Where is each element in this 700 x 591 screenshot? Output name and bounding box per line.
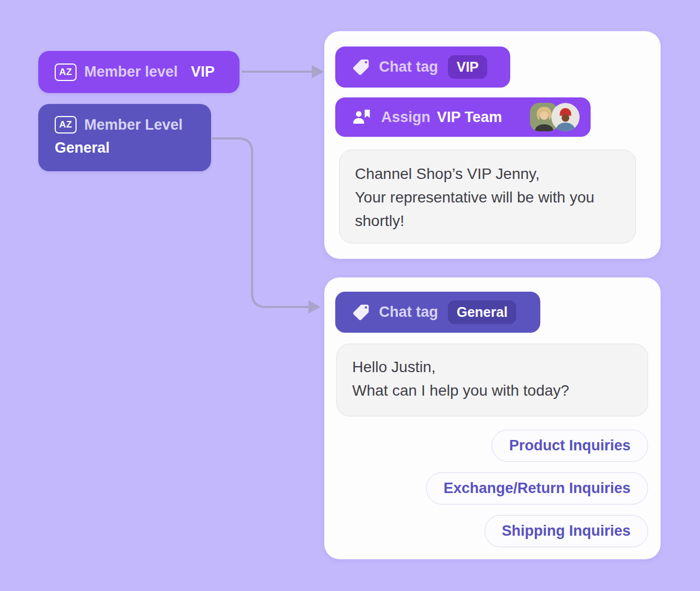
message-line: Channel Shop’s VIP Jenny,: [355, 162, 620, 186]
vip-message-bubble: Channel Shop’s VIP Jenny, Your represent…: [339, 149, 636, 244]
message-line: What can I help you with today?: [352, 379, 632, 402]
trigger-member-level-general[interactable]: AZ Member Level General: [38, 104, 211, 171]
vip-team-avatars: [530, 103, 580, 131]
chat-tag-value-badge: General: [448, 300, 516, 324]
arrow-general-head-icon: [308, 300, 320, 314]
canvas: AZ Member level VIP AZ Member Level Gene…: [0, 0, 700, 591]
assign-person-icon: [352, 107, 372, 127]
quick-reply-list: Product Inquiries Exchange/Return Inquir…: [426, 430, 648, 547]
trigger-label: Member Level: [84, 117, 183, 134]
tag-icon: [352, 303, 370, 322]
chat-tag-label: Chat tag: [379, 304, 438, 321]
chat-tag-general-button[interactable]: Chat tag General: [335, 292, 540, 333]
arrow-general-line: [212, 138, 308, 307]
assign-vip-team-button[interactable]: Assign VIP Team: [335, 97, 591, 137]
message-line: Hello Justin,: [352, 355, 632, 379]
trigger-member-level-vip[interactable]: AZ Member level VIP: [38, 51, 240, 93]
az-field-icon: AZ: [55, 116, 77, 134]
trigger-label: Member level: [84, 63, 178, 80]
general-flow-card: Chat tag General Hello Justin, What can …: [324, 277, 661, 559]
chat-tag-value-badge: VIP: [448, 55, 487, 79]
quick-reply-exchange-return-inquiries[interactable]: Exchange/Return Inquiries: [426, 472, 648, 505]
assign-label: Assign: [381, 109, 430, 126]
quick-reply-shipping-inquiries[interactable]: Shipping Inquiries: [485, 515, 649, 547]
tag-icon: [352, 58, 370, 77]
vip-team-avatar-2: [551, 103, 580, 131]
trigger-value: General: [55, 140, 211, 157]
quick-reply-product-inquiries[interactable]: Product Inquiries: [492, 430, 648, 462]
trigger-value: VIP: [191, 63, 215, 80]
general-message-bubble: Hello Justin, What can I help you with t…: [336, 344, 648, 416]
arrow-vip-head-icon: [312, 65, 324, 78]
chat-tag-vip-button[interactable]: Chat tag VIP: [335, 47, 510, 88]
chat-tag-label: Chat tag: [379, 59, 438, 76]
assign-value: VIP Team: [437, 109, 502, 126]
vip-flow-card: Chat tag VIP Assign VIP Team: [324, 31, 661, 259]
az-field-icon: AZ: [55, 63, 77, 81]
message-line: Your representative will be with you sho…: [355, 186, 620, 233]
